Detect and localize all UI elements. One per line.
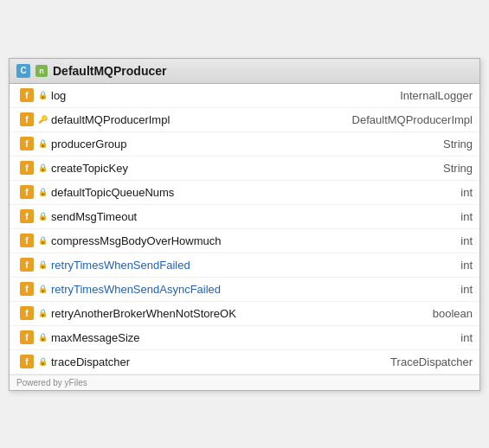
lock-icon: 🔒 xyxy=(37,90,48,100)
field-f-icon: f xyxy=(20,161,34,175)
field-name: producerGroup xyxy=(51,138,440,150)
class-title: DefaultMQProducer xyxy=(53,64,166,78)
field-type: int xyxy=(460,283,473,296)
field-name: retryTimesWhenSendFailed xyxy=(51,259,457,272)
field-f-icon: f xyxy=(20,282,34,296)
field-name: log xyxy=(51,89,396,102)
lock-icon: 🔒 xyxy=(37,211,48,221)
field-f-icon: f xyxy=(20,209,34,223)
class-icon: C xyxy=(16,64,30,78)
field-f-icon: f xyxy=(20,306,34,320)
field-type: DefaultMQProducerImpl xyxy=(352,113,473,126)
field-name: traceDispatcher xyxy=(51,355,387,368)
lock-icon: 🔒 xyxy=(37,187,48,197)
field-name: createTopicKey xyxy=(51,162,440,175)
field-f-icon: f xyxy=(20,258,34,272)
field-row: f🔒traceDispatcherTraceDispatcher xyxy=(10,350,479,374)
field-row: f🔒defaultTopicQueueNumsint xyxy=(10,181,479,205)
field-f-icon: f xyxy=(20,88,34,102)
footer: Powered by yFiles xyxy=(10,374,479,390)
lock-icon: 🔒 xyxy=(37,308,48,318)
field-row: f🔒sendMsgTimeoutint xyxy=(10,205,479,229)
field-row: f🔒maxMessageSizeint xyxy=(10,326,479,350)
field-row: f🔒createTopicKeyString xyxy=(10,157,479,181)
field-type: int xyxy=(460,331,473,344)
fields-list: f🔒logInternalLoggerf🔑defaultMQProducerIm… xyxy=(10,84,479,374)
field-type: int xyxy=(460,259,473,272)
field-type: boolean xyxy=(433,307,473,320)
field-row: f🔒retryAnotherBrokerWhenNotStoreOKboolea… xyxy=(10,302,479,326)
lock-icon: 🔒 xyxy=(37,284,48,294)
field-f-icon: f xyxy=(20,330,34,344)
field-f-icon: f xyxy=(20,355,34,368)
class-panel: C n DefaultMQProducer f🔒logInternalLogge… xyxy=(9,58,480,391)
field-row: f🔑defaultMQProducerImplDefaultMQProducer… xyxy=(10,108,479,132)
field-f-icon: f xyxy=(20,137,34,150)
field-row: f🔒logInternalLogger xyxy=(10,84,479,108)
lock-icon: 🔒 xyxy=(37,332,48,342)
field-type: String xyxy=(443,138,473,150)
field-type: TraceDispatcher xyxy=(390,355,473,368)
field-name: maxMessageSize xyxy=(51,331,457,344)
field-name: defaultTopicQueueNums xyxy=(51,186,457,199)
field-f-icon: f xyxy=(20,234,34,247)
field-row: f🔒producerGroupString xyxy=(10,132,479,157)
field-row: f🔒retryTimesWhenSendAsyncFailedint xyxy=(10,278,479,302)
namespace-icon: n xyxy=(35,65,48,77)
lock-icon: 🔒 xyxy=(37,259,48,270)
lock-icon: 🔒 xyxy=(37,138,48,149)
lock-icon: 🔒 xyxy=(37,163,48,173)
field-f-icon: f xyxy=(20,185,34,199)
field-type: int xyxy=(460,210,473,223)
field-type: int xyxy=(460,234,473,247)
field-name: defaultMQProducerImpl xyxy=(51,113,349,126)
lock-icon: 🔒 xyxy=(37,235,48,246)
lock-icon: 🔒 xyxy=(37,356,48,367)
field-row: f🔒retryTimesWhenSendFailedint xyxy=(10,253,479,278)
field-f-icon: f xyxy=(20,112,34,126)
field-name: sendMsgTimeout xyxy=(51,210,457,223)
field-name: retryTimesWhenSendAsyncFailed xyxy=(51,283,457,296)
class-header: C n DefaultMQProducer xyxy=(10,59,479,84)
field-row: f🔒compressMsgBodyOverHowmuchint xyxy=(10,229,479,253)
field-name: compressMsgBodyOverHowmuch xyxy=(51,234,457,247)
field-type: String xyxy=(443,162,473,175)
field-type: InternalLogger xyxy=(400,89,473,102)
field-name: retryAnotherBrokerWhenNotStoreOK xyxy=(51,307,429,320)
key-icon: 🔑 xyxy=(37,114,48,125)
field-type: int xyxy=(460,186,473,199)
